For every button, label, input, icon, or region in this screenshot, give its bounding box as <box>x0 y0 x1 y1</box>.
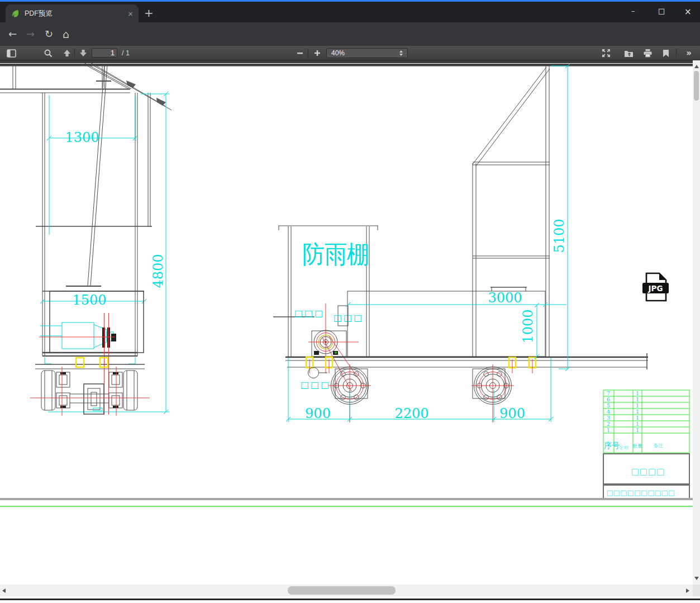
svg-text:1: 1 <box>636 427 639 433</box>
toolbar-separator <box>308 49 308 58</box>
open-file-icon[interactable] <box>622 48 635 58</box>
search-icon[interactable] <box>42 48 54 58</box>
title-block-header-qty: 数量 <box>633 443 643 449</box>
ground-line <box>0 498 693 500</box>
scroll-up-icon[interactable] <box>694 65 699 68</box>
svg-text:4: 4 <box>607 409 610 415</box>
shelter-label: 防雨棚 <box>302 240 369 268</box>
dim-2200: 2200 <box>394 406 428 421</box>
more-tools-icon[interactable]: » <box>683 48 695 58</box>
svg-text:1: 1 <box>607 427 610 433</box>
page-number-input[interactable] <box>92 48 117 58</box>
svg-text:1: 1 <box>636 415 639 421</box>
title-block-rows: 71 61 51 41 31 21 11 <box>607 390 639 433</box>
presentation-mode-icon[interactable] <box>600 48 612 58</box>
zoom-value: 40% <box>331 49 399 57</box>
tab-close-icon[interactable]: × <box>128 10 133 18</box>
browser-toolbar: ← → ↻ ⌂ i localhost:8012/onlinePreview?u… <box>0 22 700 46</box>
drawing-top-beam <box>0 64 693 67</box>
svg-text:7: 7 <box>607 390 610 396</box>
window-close-button[interactable]: × <box>684 7 692 17</box>
dim-900-left: 900 <box>305 406 331 421</box>
dim-4800: 4800 <box>150 254 166 288</box>
label-boxes-a: □□□ <box>294 308 325 319</box>
scroll-left-icon[interactable] <box>2 588 6 593</box>
sidebar-toggle-button[interactable] <box>5 48 17 58</box>
scroll-down-icon[interactable] <box>694 577 699 580</box>
window-maximize-button[interactable]: □ <box>658 7 665 15</box>
new-tab-button[interactable]: + <box>144 7 154 18</box>
scroll-right-icon[interactable] <box>686 588 689 593</box>
roof-flag <box>156 98 166 106</box>
side-view: 防雨棚 □□□ □□□ <box>273 64 648 422</box>
title-block: 71 61 51 41 31 21 11 序号 名称 数量 备注 □□□□ □□… <box>603 390 689 498</box>
dim-3000: 3000 <box>488 290 522 306</box>
vertical-scrollbar[interactable] <box>693 60 700 585</box>
page-up-icon[interactable] <box>61 48 73 58</box>
zoom-select[interactable]: 40% <box>326 48 408 58</box>
tab-strip: PDF预览 × + – □ × <box>0 2 700 22</box>
spring-leaf-favicon <box>11 10 20 18</box>
tab-title: PDF预览 <box>25 9 128 18</box>
title-block-header-name: 名称 <box>619 445 629 450</box>
svg-text:JPG: JPG <box>648 284 663 293</box>
browser-tab[interactable]: PDF预览 × <box>6 4 139 22</box>
pdf-toolbar: / 1 40% » <box>0 46 700 60</box>
title-block-header-remark: 备注 <box>654 443 664 448</box>
label-boxes-b: □□□ <box>334 312 364 323</box>
svg-text:6: 6 <box>607 396 610 402</box>
window-bottom-edge <box>0 599 700 600</box>
svg-text:1: 1 <box>636 409 639 415</box>
svg-text:1: 1 <box>636 396 639 402</box>
svg-text:3: 3 <box>607 415 610 421</box>
footer-placeholder: □□□□□□□□□□ <box>607 488 675 497</box>
cad-drawing: 1300 4800 1500 <box>0 63 693 585</box>
horizontal-scrollbar-thumb[interactable] <box>288 586 396 595</box>
title-placeholder: □□□□ <box>631 467 665 477</box>
page-count-label: / 1 <box>122 49 130 57</box>
horizontal-scrollbar[interactable] <box>0 585 693 596</box>
dim-1500: 1500 <box>72 292 106 308</box>
zoom-out-button[interactable] <box>294 48 306 58</box>
svg-text:1: 1 <box>636 402 639 409</box>
forward-icon[interactable]: → <box>26 28 35 40</box>
svg-text:1: 1 <box>636 421 639 427</box>
browser-window: PDF预览 × + – □ × ← → ↻ ⌂ i localhost:8012… <box>0 0 700 603</box>
reload-icon[interactable]: ↻ <box>45 28 53 40</box>
svg-text:2: 2 <box>607 421 610 427</box>
page-down-icon[interactable] <box>77 48 89 58</box>
front-view: 1300 4800 1500 <box>0 63 172 416</box>
bookmark-icon[interactable] <box>660 48 672 58</box>
toolbar-separator <box>74 49 75 58</box>
title-block-header-no: 序号 <box>604 441 620 450</box>
back-icon[interactable]: ← <box>8 28 17 40</box>
dim-1300: 1300 <box>65 130 99 145</box>
print-icon[interactable] <box>641 48 654 58</box>
dim-900-right: 900 <box>499 406 525 421</box>
jpg-file-icon: JPG <box>642 273 669 301</box>
svg-text:1: 1 <box>636 390 639 396</box>
zoom-in-button[interactable] <box>311 48 323 58</box>
window-minimize-button[interactable]: – <box>631 7 635 15</box>
svg-text:5: 5 <box>607 402 610 409</box>
select-spinner-icon <box>399 50 403 56</box>
vertical-scrollbar-thumb[interactable] <box>694 71 699 101</box>
toolbar-separator <box>676 49 677 58</box>
scrollbar-corner <box>693 585 700 596</box>
label-boxes-c: □□□ <box>301 379 331 390</box>
home-icon[interactable]: ⌂ <box>63 28 69 40</box>
dim-5100: 5100 <box>551 219 567 253</box>
dim-1000: 1000 <box>520 309 536 343</box>
